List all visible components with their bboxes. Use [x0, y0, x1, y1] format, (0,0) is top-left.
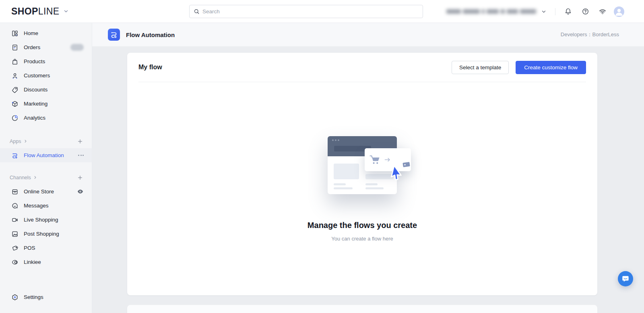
arrow-right-icon: [384, 158, 390, 162]
page-header: Flow Automation Developers：BorderLess: [92, 23, 644, 46]
content-area: My flow Select a template Create customi…: [92, 46, 644, 313]
sidebar-item-online-store[interactable]: Online Store: [0, 184, 92, 199]
main-area: Flow Automation Developers：BorderLess My…: [92, 23, 644, 313]
chevron-down-icon: [541, 9, 547, 15]
logo-shop: SHOP: [11, 6, 38, 17]
sidebar-item-settings[interactable]: Settings: [0, 290, 92, 304]
discounts-icon: [11, 86, 19, 93]
topbar: SHOPLINE: [0, 0, 644, 23]
search-icon: [194, 8, 200, 15]
add-channel-plus-icon[interactable]: [76, 174, 84, 181]
card-divider: [138, 82, 586, 82]
products-icon: [11, 58, 19, 65]
gear-icon: [11, 294, 19, 301]
notifications-bell-icon[interactable]: [563, 7, 573, 17]
ellipsis-icon[interactable]: [78, 153, 84, 158]
empty-state-illustration: [328, 136, 397, 194]
linkiee-icon: [11, 259, 19, 266]
chevron-right-icon: [23, 139, 28, 143]
customer-avatar-with-tag-icon: [394, 153, 407, 166]
flow-automation-app-icon: [108, 29, 120, 41]
post-shopping-icon: [11, 230, 19, 238]
user-avatar[interactable]: [614, 6, 624, 17]
content-block-mock: [334, 164, 359, 179]
live-shopping-icon: [11, 216, 19, 224]
sidebar-item-linkiee[interactable]: Linkiee: [0, 255, 92, 269]
online-store-icon: [11, 188, 19, 195]
sidebar-item-orders[interactable]: Orders: [0, 40, 92, 54]
sidebar-item-home[interactable]: Home: [0, 26, 92, 40]
empty-state-subtitle: You can create a flow here: [127, 236, 597, 242]
sidebar-item-products[interactable]: Products: [0, 54, 92, 68]
section-label: Apps: [10, 139, 21, 144]
flow-step-card-mock: [365, 148, 411, 171]
pos-icon: [11, 245, 19, 252]
sidebar-item-label: Post Shopping: [24, 231, 84, 237]
home-icon: [11, 30, 19, 37]
select-template-button[interactable]: Select a template: [452, 61, 509, 74]
card-header: My flow Select a template Create customi…: [127, 53, 597, 82]
flow-automation-icon: [11, 152, 19, 159]
sidebar-item-label: Discounts: [24, 87, 84, 93]
app-shell: Home Orders Products Customers Discounts…: [0, 23, 644, 313]
account-menu[interactable]: [446, 9, 547, 15]
create-customize-flow-button[interactable]: Create customize flow: [516, 61, 586, 74]
sidebar-item-marketing[interactable]: Marketing: [0, 97, 92, 111]
orders-badge-blurred: [70, 44, 84, 51]
sidebar-section-channels[interactable]: Channels: [0, 170, 92, 184]
sidebar-item-flow-automation[interactable]: Flow Automation: [0, 148, 92, 162]
account-name-blurred: [446, 9, 536, 14]
sidebar-item-pos[interactable]: POS: [0, 241, 92, 255]
page-title: Flow Automation: [126, 31, 175, 38]
sidebar-item-label: Orders: [24, 44, 65, 50]
text-line-mock: [365, 183, 378, 185]
sidebar-item-label: Live Shopping: [24, 217, 84, 223]
marketing-icon: [11, 100, 19, 108]
empty-state: Manage the flows you create You can crea…: [127, 136, 597, 242]
sidebar-item-label: Marketing: [24, 101, 84, 107]
sidebar-item-label: Online Store: [24, 189, 72, 195]
sidebar-item-post-shopping[interactable]: Post Shopping: [0, 227, 92, 241]
chat-launcher-button[interactable]: [618, 271, 633, 286]
search-input[interactable]: [202, 8, 419, 15]
chevron-down-icon: [63, 8, 69, 14]
card-actions: Select a template Create customize flow: [452, 61, 586, 74]
topbar-divider: [555, 8, 555, 15]
add-app-plus-icon[interactable]: [76, 138, 84, 145]
logo-line: LINE: [38, 6, 60, 17]
analytics-icon: [11, 114, 19, 122]
browser-dots: [332, 139, 339, 141]
sidebar-item-label: Flow Automation: [24, 152, 73, 158]
topbar-actions: [446, 0, 644, 23]
sidebar-item-label: Products: [24, 58, 84, 64]
sidebar-item-label: Home: [24, 30, 84, 36]
sidebar-item-live-shopping[interactable]: Live Shopping: [0, 213, 92, 227]
sidebar-item-label: Linkiee: [24, 259, 84, 265]
network-wifi-icon[interactable]: [598, 7, 607, 17]
sidebar-item-label: Analytics: [24, 115, 84, 121]
cart-icon: [369, 155, 381, 165]
sidebar-item-label: Settings: [24, 294, 84, 300]
eye-icon[interactable]: [77, 188, 84, 195]
card-title: My flow: [138, 64, 162, 71]
sidebar-item-analytics[interactable]: Analytics: [0, 111, 92, 125]
customers-icon: [11, 72, 19, 79]
help-icon[interactable]: [580, 7, 590, 17]
global-search: [189, 5, 423, 18]
chevron-right-icon: [33, 175, 37, 180]
breadcrumb: Developers：BorderLess: [561, 31, 619, 38]
text-line-mock: [365, 187, 384, 189]
logo-text: SHOPLINE: [11, 6, 60, 17]
sidebar: Home Orders Products Customers Discounts…: [0, 23, 92, 313]
sidebar-item-label: Customers: [24, 73, 84, 79]
next-card-partial: [127, 305, 597, 313]
sidebar-item-messages[interactable]: Messages: [0, 199, 92, 213]
sidebar-item-label: POS: [24, 245, 84, 251]
empty-state-title: Manage the flows you create: [127, 221, 597, 230]
sidebar-item-discounts[interactable]: Discounts: [0, 83, 92, 97]
messages-icon: [11, 202, 19, 209]
sidebar-item-customers[interactable]: Customers: [0, 68, 92, 83]
orders-icon: [11, 44, 19, 51]
sidebar-section-apps[interactable]: Apps: [0, 134, 92, 148]
shopline-logo[interactable]: SHOPLINE: [11, 6, 69, 17]
